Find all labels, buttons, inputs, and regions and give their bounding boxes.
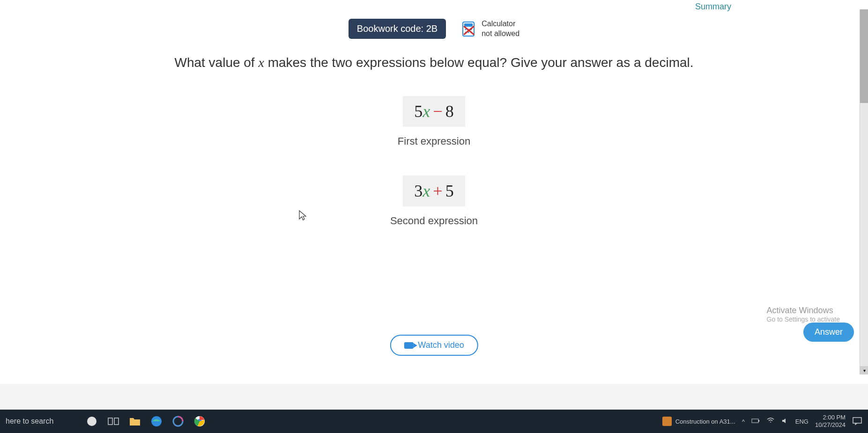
answer-button[interactable]: Answer [803, 323, 854, 342]
first-expression-block: 5x−8 First expression [398, 96, 470, 147]
scrollbar-down-arrow-icon[interactable]: ▾ [860, 366, 868, 374]
second-expression-formula: 3x+5 [403, 176, 465, 206]
constant: 8 [445, 102, 454, 121]
news-text: Construction on A31... [675, 418, 735, 425]
activate-title: Activate Windows [767, 306, 840, 316]
scrollbar-thumb[interactable] [860, 9, 868, 103]
calculator-line1: Calculator [482, 19, 519, 29]
watch-video-button[interactable]: Watch video [390, 335, 478, 356]
language-indicator[interactable]: ENG [795, 418, 809, 425]
edge-browser-icon[interactable] [150, 415, 163, 428]
first-expression-formula: 5x−8 [403, 96, 465, 127]
question-text: What value of x makes the two expression… [153, 53, 715, 73]
bookwork-badge: Bookwork code: 2B [349, 19, 446, 39]
question-pre: What value of [174, 55, 258, 70]
svg-rect-19 [853, 418, 861, 423]
svg-rect-1 [464, 23, 473, 27]
second-expression-block: 3x+5 Second expression [390, 176, 478, 227]
svg-rect-18 [758, 420, 759, 422]
header-row: Bookwork code: 2B Calculator n [0, 19, 868, 39]
notifications-icon[interactable] [852, 417, 862, 426]
calculator-not-allowed-icon [460, 21, 477, 37]
constant: 5 [445, 182, 454, 200]
taskbar-right: Construction on A31... ^ ENG 2:00 PM 10/… [662, 414, 862, 428]
expressions-container: 5x−8 First expression 3x+5 Second expres… [0, 96, 868, 227]
variable-x: x [423, 182, 430, 200]
vertical-scrollbar[interactable]: ▾ [860, 9, 868, 374]
taskbar-time: 2:00 PM [815, 414, 846, 421]
first-expression-label: First expression [398, 135, 470, 147]
wifi-icon[interactable] [766, 418, 775, 426]
main-content: Summary Bookwork code: 2B C [0, 0, 868, 384]
video-icon [404, 342, 413, 349]
task-view-icon[interactable] [107, 415, 120, 428]
operator: − [433, 102, 442, 121]
question-post: makes the two expressions below equal? G… [264, 55, 694, 70]
variable-x: x [423, 102, 430, 121]
calculator-line2: not allowed [482, 29, 519, 39]
calculator-status-text: Calculator not allowed [482, 19, 519, 39]
coef: 5 [414, 102, 423, 121]
construction-icon [662, 417, 672, 426]
taskbar-left: here to search [6, 415, 206, 428]
volume-icon[interactable] [781, 418, 789, 426]
weather-icon[interactable] [85, 415, 98, 428]
taskbar-app-icons [85, 415, 206, 428]
battery-icon[interactable] [751, 418, 760, 425]
svg-rect-17 [752, 419, 758, 423]
calculator-status: Calculator not allowed [460, 19, 519, 39]
svg-rect-11 [108, 418, 112, 425]
chrome-icon[interactable] [193, 415, 206, 428]
coef: 3 [414, 182, 423, 200]
svg-rect-12 [114, 418, 119, 425]
taskbar-clock[interactable]: 2:00 PM 10/27/2024 [815, 414, 846, 428]
taskbar-search-input[interactable]: here to search [6, 417, 53, 426]
activate-windows-watermark: Activate Windows Go to Settings to activ… [767, 306, 840, 323]
top-nav: Summary [690, 0, 737, 14]
tray-chevron-up-icon[interactable]: ^ [742, 418, 745, 425]
operator: + [433, 182, 442, 200]
second-expression-label: Second expression [390, 215, 478, 227]
taskbar-date: 10/27/2024 [815, 421, 846, 429]
summary-link[interactable]: Summary [690, 0, 737, 14]
windows-taskbar: here to search Construction [0, 410, 868, 433]
app-icon[interactable] [171, 415, 185, 428]
question-variable: x [258, 55, 264, 70]
activate-subtitle: Go to Settings to activate [767, 316, 840, 323]
svg-point-10 [87, 417, 96, 426]
file-explorer-icon[interactable] [128, 415, 141, 428]
watch-video-label: Watch video [418, 340, 464, 350]
news-widget[interactable]: Construction on A31... [662, 417, 735, 426]
